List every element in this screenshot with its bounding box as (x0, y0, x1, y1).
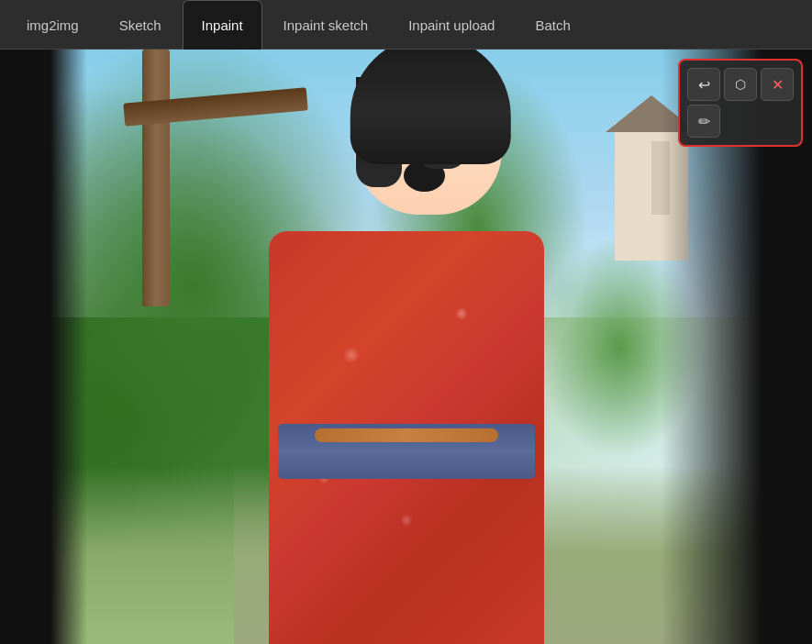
wood-post (142, 50, 170, 306)
toolbar-row-bottom: ✏ (687, 105, 794, 138)
toolbar-overlay: ↩ ⬡ ✕ ✏ (678, 59, 803, 147)
char-hair-main (350, 50, 510, 164)
brush-button[interactable]: ✏ (687, 105, 720, 138)
tab-batch[interactable]: Batch (516, 0, 589, 50)
close-icon: ✕ (772, 76, 784, 94)
tab-bar: img2img Sketch Inpaint Inpaint sketch In… (0, 0, 812, 50)
anime-image (50, 50, 762, 644)
clear-button[interactable]: ⬡ (724, 68, 757, 101)
tab-img2img[interactable]: img2img (7, 0, 98, 50)
close-button[interactable]: ✕ (761, 68, 794, 101)
kimono-obi-rope (315, 428, 498, 442)
tab-inpaint[interactable]: Inpaint (183, 0, 262, 50)
brush-icon: ✏ (698, 113, 710, 130)
clear-icon: ⬡ (735, 77, 746, 92)
tab-sketch[interactable]: Sketch (100, 0, 181, 50)
main-canvas: ↩ ⬡ ✕ ✏ (0, 50, 812, 644)
tab-inpaint-upload[interactable]: Inpaint upload (389, 0, 514, 50)
toolbar-row-top: ↩ ⬡ ✕ (687, 68, 794, 101)
undo-icon: ↩ (698, 76, 710, 94)
tab-inpaint-sketch[interactable]: Inpaint sketch (264, 0, 388, 50)
undo-button[interactable]: ↩ (687, 68, 720, 101)
image-container (50, 50, 762, 644)
left-edge (50, 50, 87, 644)
